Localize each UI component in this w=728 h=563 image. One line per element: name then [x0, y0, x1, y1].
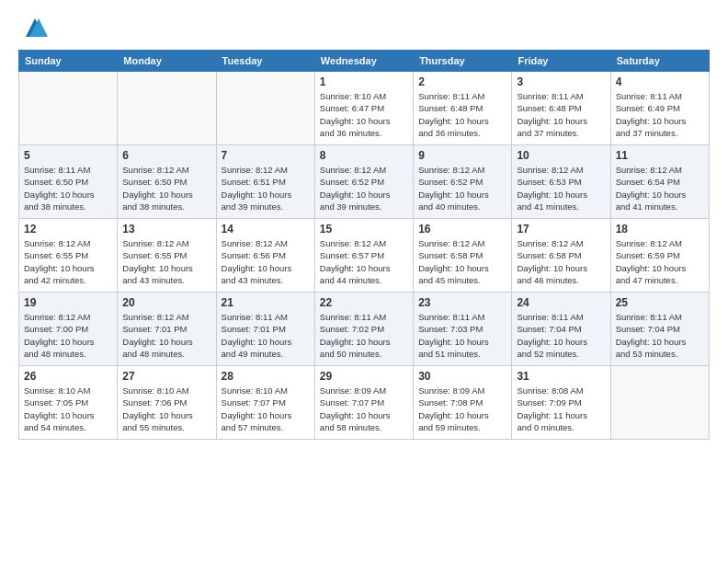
calendar-cell: 30Sunrise: 8:09 AM Sunset: 7:08 PM Dayli…: [414, 366, 512, 440]
day-info: Sunrise: 8:12 AM Sunset: 6:57 PM Dayligh…: [320, 237, 408, 286]
day-number: 2: [418, 75, 506, 88]
calendar-cell: 4Sunrise: 8:11 AM Sunset: 6:49 PM Daylig…: [610, 72, 709, 145]
calendar-cell: 31Sunrise: 8:08 AM Sunset: 7:09 PM Dayli…: [512, 366, 610, 440]
day-info: Sunrise: 8:11 AM Sunset: 6:48 PM Dayligh…: [517, 90, 605, 139]
day-number: 13: [122, 223, 210, 236]
day-number: 16: [418, 223, 506, 236]
calendar-cell: 9Sunrise: 8:12 AM Sunset: 6:52 PM Daylig…: [414, 145, 512, 219]
day-info: Sunrise: 8:12 AM Sunset: 6:58 PM Dayligh…: [418, 237, 506, 286]
day-info: Sunrise: 8:12 AM Sunset: 6:53 PM Dayligh…: [517, 164, 605, 213]
calendar-cell: [118, 72, 216, 145]
day-info: Sunrise: 8:11 AM Sunset: 6:50 PM Dayligh…: [24, 164, 112, 213]
logo-icon: [22, 15, 48, 40]
calendar-cell: 28Sunrise: 8:10 AM Sunset: 7:07 PM Dayli…: [216, 366, 314, 440]
calendar-week-row: 12Sunrise: 8:12 AM Sunset: 6:55 PM Dayli…: [19, 219, 710, 293]
day-number: 22: [320, 296, 408, 309]
day-number: 27: [122, 370, 210, 383]
day-number: 4: [616, 75, 704, 88]
day-info: Sunrise: 8:10 AM Sunset: 7:06 PM Dayligh…: [122, 385, 210, 433]
day-number: 18: [616, 223, 704, 236]
calendar-cell: 6Sunrise: 8:12 AM Sunset: 6:50 PM Daylig…: [118, 145, 216, 219]
calendar-cell: 1Sunrise: 8:10 AM Sunset: 6:47 PM Daylig…: [314, 72, 413, 145]
day-info: Sunrise: 8:11 AM Sunset: 7:04 PM Dayligh…: [616, 311, 704, 360]
weekday-header-wednesday: Wednesday: [314, 51, 413, 72]
header: [18, 15, 710, 40]
day-info: Sunrise: 8:12 AM Sunset: 6:52 PM Dayligh…: [418, 164, 506, 213]
day-info: Sunrise: 8:12 AM Sunset: 6:58 PM Dayligh…: [517, 237, 605, 286]
calendar-cell: 16Sunrise: 8:12 AM Sunset: 6:58 PM Dayli…: [414, 219, 512, 293]
day-info: Sunrise: 8:10 AM Sunset: 7:05 PM Dayligh…: [24, 385, 112, 433]
calendar-table: SundayMondayTuesdayWednesdayThursdayFrid…: [18, 50, 710, 440]
day-info: Sunrise: 8:11 AM Sunset: 7:03 PM Dayligh…: [418, 311, 506, 360]
day-info: Sunrise: 8:12 AM Sunset: 6:55 PM Dayligh…: [24, 237, 112, 286]
calendar-cell: [610, 366, 709, 440]
calendar-cell: 24Sunrise: 8:11 AM Sunset: 7:04 PM Dayli…: [512, 293, 610, 366]
calendar-week-row: 19Sunrise: 8:12 AM Sunset: 7:00 PM Dayli…: [19, 293, 710, 366]
weekday-header-monday: Monday: [118, 51, 216, 72]
day-number: 24: [517, 296, 605, 309]
day-info: Sunrise: 8:12 AM Sunset: 7:01 PM Dayligh…: [122, 311, 210, 360]
calendar-cell: [19, 72, 118, 145]
day-info: Sunrise: 8:11 AM Sunset: 7:04 PM Dayligh…: [517, 311, 605, 360]
logo: [18, 15, 48, 40]
calendar-week-row: 1Sunrise: 8:10 AM Sunset: 6:47 PM Daylig…: [19, 72, 710, 145]
calendar-cell: 8Sunrise: 8:12 AM Sunset: 6:52 PM Daylig…: [314, 145, 413, 219]
calendar-cell: 29Sunrise: 8:09 AM Sunset: 7:07 PM Dayli…: [314, 366, 413, 440]
day-info: Sunrise: 8:09 AM Sunset: 7:08 PM Dayligh…: [418, 385, 506, 433]
calendar-cell: 19Sunrise: 8:12 AM Sunset: 7:00 PM Dayli…: [19, 293, 118, 366]
day-info: Sunrise: 8:11 AM Sunset: 7:01 PM Dayligh…: [222, 311, 310, 360]
weekday-header-sunday: Sunday: [19, 51, 118, 72]
day-number: 31: [517, 370, 605, 383]
weekday-header-saturday: Saturday: [610, 51, 709, 72]
day-number: 25: [616, 296, 704, 309]
day-number: 28: [222, 370, 310, 383]
calendar-cell: [216, 72, 314, 145]
weekday-header-tuesday: Tuesday: [216, 51, 314, 72]
calendar-cell: 14Sunrise: 8:12 AM Sunset: 6:56 PM Dayli…: [216, 219, 314, 293]
calendar-cell: 7Sunrise: 8:12 AM Sunset: 6:51 PM Daylig…: [216, 145, 314, 219]
calendar-cell: 2Sunrise: 8:11 AM Sunset: 6:48 PM Daylig…: [414, 72, 512, 145]
day-number: 17: [517, 223, 605, 236]
calendar-cell: 15Sunrise: 8:12 AM Sunset: 6:57 PM Dayli…: [314, 219, 413, 293]
calendar-cell: 22Sunrise: 8:11 AM Sunset: 7:02 PM Dayli…: [314, 293, 413, 366]
day-info: Sunrise: 8:12 AM Sunset: 6:59 PM Dayligh…: [616, 237, 704, 286]
day-number: 1: [320, 75, 408, 88]
day-info: Sunrise: 8:10 AM Sunset: 6:47 PM Dayligh…: [320, 90, 408, 139]
day-number: 19: [24, 296, 112, 309]
day-number: 15: [320, 223, 408, 236]
day-number: 5: [24, 149, 112, 162]
calendar-cell: 10Sunrise: 8:12 AM Sunset: 6:53 PM Dayli…: [512, 145, 610, 219]
calendar-cell: 21Sunrise: 8:11 AM Sunset: 7:01 PM Dayli…: [216, 293, 314, 366]
day-info: Sunrise: 8:11 AM Sunset: 6:48 PM Dayligh…: [418, 90, 506, 139]
day-number: 29: [320, 370, 408, 383]
day-number: 7: [222, 149, 310, 162]
day-number: 9: [418, 149, 506, 162]
calendar-header-row: SundayMondayTuesdayWednesdayThursdayFrid…: [19, 51, 710, 72]
calendar-cell: 3Sunrise: 8:11 AM Sunset: 6:48 PM Daylig…: [512, 72, 610, 145]
day-info: Sunrise: 8:12 AM Sunset: 6:50 PM Dayligh…: [122, 164, 210, 213]
day-number: 8: [320, 149, 408, 162]
calendar-cell: 20Sunrise: 8:12 AM Sunset: 7:01 PM Dayli…: [118, 293, 216, 366]
day-number: 21: [222, 296, 310, 309]
calendar-cell: 13Sunrise: 8:12 AM Sunset: 6:55 PM Dayli…: [118, 219, 216, 293]
calendar-week-row: 5Sunrise: 8:11 AM Sunset: 6:50 PM Daylig…: [19, 145, 710, 219]
day-info: Sunrise: 8:10 AM Sunset: 7:07 PM Dayligh…: [222, 385, 310, 433]
calendar-cell: 25Sunrise: 8:11 AM Sunset: 7:04 PM Dayli…: [610, 293, 709, 366]
calendar-cell: 27Sunrise: 8:10 AM Sunset: 7:06 PM Dayli…: [118, 366, 216, 440]
day-info: Sunrise: 8:11 AM Sunset: 7:02 PM Dayligh…: [320, 311, 408, 360]
day-number: 3: [517, 75, 605, 88]
calendar-cell: 17Sunrise: 8:12 AM Sunset: 6:58 PM Dayli…: [512, 219, 610, 293]
day-number: 10: [517, 149, 605, 162]
day-info: Sunrise: 8:12 AM Sunset: 7:00 PM Dayligh…: [24, 311, 112, 360]
calendar-week-row: 26Sunrise: 8:10 AM Sunset: 7:05 PM Dayli…: [19, 366, 710, 440]
calendar-cell: 12Sunrise: 8:12 AM Sunset: 6:55 PM Dayli…: [19, 219, 118, 293]
calendar-cell: 18Sunrise: 8:12 AM Sunset: 6:59 PM Dayli…: [610, 219, 709, 293]
weekday-header-friday: Friday: [512, 51, 610, 72]
day-info: Sunrise: 8:12 AM Sunset: 6:54 PM Dayligh…: [616, 164, 704, 213]
day-info: Sunrise: 8:12 AM Sunset: 6:56 PM Dayligh…: [222, 237, 310, 286]
day-number: 26: [24, 370, 112, 383]
day-info: Sunrise: 8:09 AM Sunset: 7:07 PM Dayligh…: [320, 385, 408, 433]
day-number: 20: [122, 296, 210, 309]
day-info: Sunrise: 8:12 AM Sunset: 6:52 PM Dayligh…: [320, 164, 408, 213]
weekday-header-thursday: Thursday: [414, 51, 512, 72]
